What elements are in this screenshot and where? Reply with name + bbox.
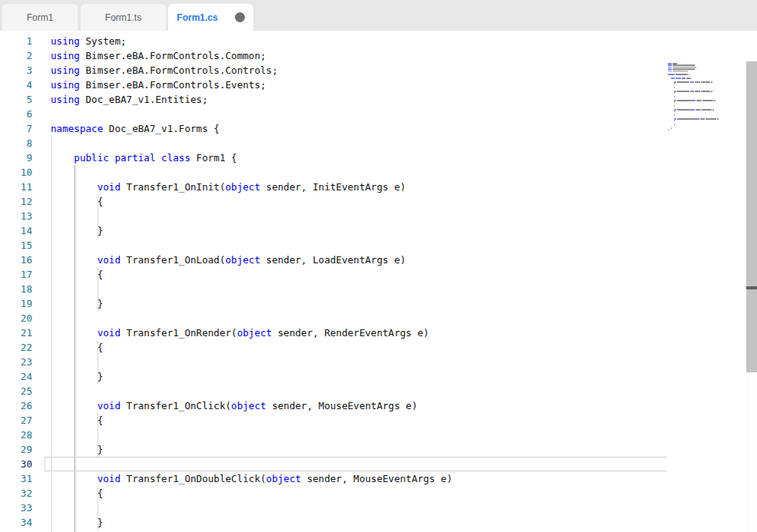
tab-form1-label: Form1 [27,12,54,23]
code-token-keyword: using [51,35,80,47]
current-line-highlight [45,457,667,471]
line-number[interactable]: 34 [0,515,32,530]
line-number[interactable]: 21 [0,325,32,340]
line-number[interactable]: 11 [0,180,32,194]
line-number[interactable]: 16 [0,253,32,267]
minimap-line [696,109,701,111]
line-number[interactable]: 7 [0,121,32,136]
line-number[interactable]: 22 [0,340,32,355]
line-number[interactable]: 19 [0,296,32,311]
line-number[interactable]: 17 [0,267,32,282]
minimap-line [700,118,706,120]
code-line[interactable]: using Doc_eBA7_v1.Entities; [51,92,208,107]
minimap-line [706,118,716,120]
line-number[interactable]: 12 [0,194,32,209]
code-line[interactable]: void Transfer1_OnDoubleClick(object send… [51,471,452,486]
minimap-line [695,91,700,92]
tab-form1[interactable]: Form1 [2,4,78,31]
minimap-line [674,118,677,120]
line-number[interactable]: 32 [0,486,32,501]
code-token: } [51,225,103,236]
line-number[interactable]: 2 [0,48,32,63]
line-number[interactable]: 28 [0,428,32,442]
code-token-keyword: using [51,94,80,105]
line-number[interactable]: 24 [0,369,32,384]
code-token-keyword: using [51,50,80,61]
code-line[interactable]: using System; [51,34,127,48]
line-number[interactable]: 13 [0,209,32,223]
minimap-line [673,67,696,68]
line-number[interactable]: 15 [0,238,32,253]
code-line[interactable]: public partial class Form1 { [51,150,237,165]
minimap-line [677,81,689,83]
minimap-line [676,78,681,79]
line-number[interactable]: 6 [0,107,32,121]
line-number[interactable]: 9 [0,150,32,165]
code-line[interactable]: void Transfer1_OnClick(object sender, Mo… [51,398,418,413]
code-line[interactable]: void Transfer1_OnInit(object sender, Ini… [51,180,406,194]
line-number[interactable]: 10 [0,165,32,180]
code-line[interactable]: } [51,515,103,530]
line-number[interactable]: 31 [0,471,32,486]
minimap-line [689,74,689,75]
minimap-line [674,109,677,111]
line-number[interactable]: 14 [0,223,32,238]
minimap-line [668,63,672,64]
line-number[interactable]: 33 [0,501,32,515]
minimap-line [674,124,675,125]
line-number[interactable]: 20 [0,311,32,325]
code-line[interactable]: void Transfer1_OnLoad(object sender, Loa… [51,253,406,267]
line-number[interactable]: 4 [0,78,32,92]
code-line[interactable]: { [51,413,103,428]
code-line[interactable]: namespace Doc_eBA7_v1.Forms { [51,121,220,136]
code-token-keyword: using [51,64,80,76]
code-line[interactable]: using Bimser.eBA.FormControls.Controls; [51,63,278,78]
tab-form1-ts-label: Form1.ts [105,12,141,23]
line-number[interactable]: 5 [0,92,32,107]
code-line[interactable]: { [51,194,103,209]
minimap-line [676,74,688,75]
code-token: Transfer1_OnInit( [121,181,225,193]
code-token-keyword: object [237,327,273,339]
code-line[interactable]: { [51,267,103,282]
tab-bar: Form1 Form1.ts Form1.cs [0,0,757,31]
line-number[interactable]: 8 [0,136,32,150]
code-token-keyword: object [231,400,266,411]
tab-form1-cs-label: Form1.cs [177,12,217,23]
line-number[interactable]: 27 [0,413,32,428]
line-number[interactable]: 29 [0,442,32,457]
code-token [51,181,98,193]
code-line[interactable]: using Bimser.eBA.FormControls.Events; [51,78,266,92]
minimap-line [701,91,710,92]
code-token: Doc_eBA7_v1.Forms { [103,123,220,134]
tab-form1-cs[interactable]: Form1.cs [168,4,253,31]
line-number[interactable]: 30 [0,457,32,471]
code-token [51,400,98,411]
line-number[interactable]: 26 [0,398,32,413]
minimap-line [714,100,716,101]
line-number[interactable]: 18 [0,282,32,296]
code-token-keyword: void [98,400,121,411]
code-line[interactable]: } [51,296,103,311]
code-line[interactable]: } [51,223,103,238]
line-number[interactable]: 23 [0,355,32,369]
code-token-keyword: object [226,254,261,266]
vertical-scrollbar[interactable] [746,61,757,532]
minimap[interactable] [666,61,746,532]
code-line[interactable]: void Transfer1_OnRender(object sender, R… [51,325,429,340]
line-number[interactable]: 3 [0,63,32,78]
code-line[interactable]: { [51,340,103,355]
code-line[interactable]: { [51,486,103,501]
tab-form1-ts[interactable]: Form1.ts [81,4,166,31]
code-token [51,152,74,164]
code-line[interactable]: using Bimser.eBA.FormControls.Common; [51,48,266,63]
minimap-line [668,67,672,68]
line-number[interactable]: 25 [0,384,32,398]
code-line[interactable]: } [51,369,103,384]
code-token: { [51,269,103,280]
code-token: { [51,487,103,499]
line-number[interactable]: 1 [0,34,32,48]
scrollbar-thumb[interactable] [746,61,757,372]
code-line[interactable]: } [51,442,103,457]
editor-surface[interactable]: 1234567891011121314151617181920212223242… [0,31,757,532]
